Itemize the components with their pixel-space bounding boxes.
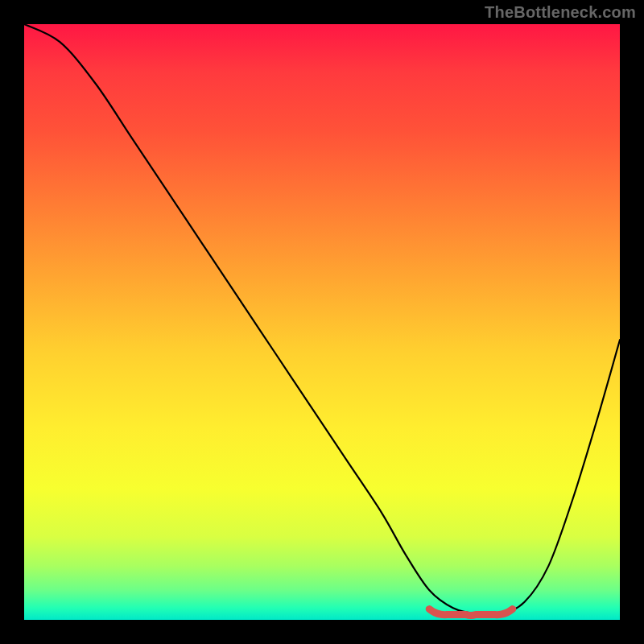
watermark-text: TheBottleneck.com <box>485 3 636 22</box>
bottleneck-curve-path <box>24 24 620 615</box>
chart-plot-area <box>24 24 620 620</box>
chart-svg-layer <box>24 24 620 620</box>
optimal-range-marker <box>429 609 513 616</box>
